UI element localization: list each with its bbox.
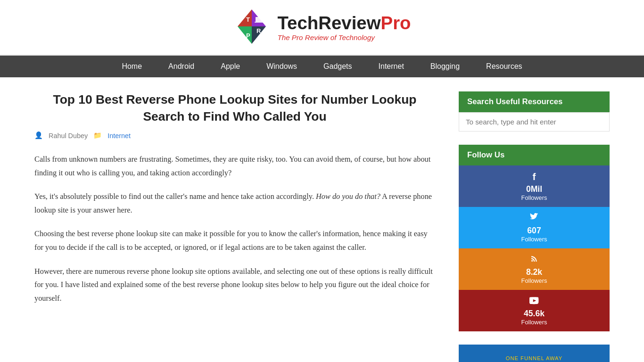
italic-phrase: How do you do that? (316, 192, 380, 201)
nav-internet[interactable]: Internet (365, 56, 417, 77)
nav-blogging[interactable]: Blogging (417, 56, 473, 77)
nav-gadgets[interactable]: Gadgets (310, 56, 365, 77)
sidebar: Search Useful Resources Follow Us f 0Mil… (459, 91, 610, 362)
category-icon: 📁 (93, 132, 102, 140)
logo-wrap: T R P TechReviewPro The Pro Review of Te… (233, 8, 411, 46)
logo-icon: T R P (233, 8, 271, 46)
article-para-2: Yes, it's absolutely possible to find ou… (34, 190, 435, 217)
rss-icon (530, 254, 538, 265)
twitter-icon (530, 213, 538, 224)
search-widget: Search Useful Resources (459, 91, 610, 132)
article-category[interactable]: Internet (107, 132, 131, 140)
svg-rect-6 (255, 22, 263, 23)
article-meta: 👤 Rahul Dubey 📁 Internet (34, 132, 435, 140)
nav-windows[interactable]: Windows (253, 56, 310, 77)
nav-home[interactable]: Home (108, 56, 155, 77)
svg-rect-5 (256, 17, 262, 22)
facebook-count: 0Mil (526, 184, 542, 194)
page-wrap: Top 10 Best Reverse Phone Lookup Sites f… (25, 77, 619, 362)
youtube-icon (529, 296, 539, 307)
site-title: TechReviewPro (277, 13, 411, 33)
article-para-4: However, there are numerous reverse phon… (34, 265, 435, 305)
nav-resources[interactable]: Resources (473, 56, 535, 77)
youtube-label: Followers (521, 319, 547, 326)
follow-widget-title: Follow Us (459, 145, 610, 165)
follow-widget: Follow Us f 0Mil Followers 607 Followers (459, 145, 610, 331)
article-para-1: Calls from unknown numbers are frustrati… (34, 153, 435, 180)
article-title: Top 10 Best Reverse Phone Lookup Sites f… (34, 91, 435, 125)
svg-point-9 (531, 260, 533, 262)
main-nav: Home Android Apple Windows Gadgets Inter… (0, 56, 644, 77)
search-input[interactable] (459, 112, 610, 132)
search-widget-title: Search Useful Resources (459, 91, 610, 112)
rss-label: Followers (521, 277, 547, 284)
nav-apple[interactable]: Apple (207, 56, 253, 77)
nav-android[interactable]: Android (155, 56, 207, 77)
svg-text:T: T (246, 16, 250, 23)
twitter-count: 607 (527, 226, 541, 236)
social-youtube[interactable]: 45.6k Followers (459, 290, 610, 331)
facebook-label: Followers (521, 194, 547, 201)
rss-count: 8.2k (526, 267, 542, 277)
social-rss[interactable]: 8.2k Followers (459, 248, 610, 290)
social-twitter[interactable]: 607 Followers (459, 207, 610, 248)
twitter-label: Followers (521, 236, 547, 243)
promo-banner[interactable]: ONE FUNNEL AWAY CHALLENGE (459, 345, 610, 362)
social-facebook[interactable]: f 0Mil Followers (459, 165, 610, 207)
youtube-count: 45.6k (524, 309, 545, 319)
site-subtitle: The Pro Review of Technology (277, 33, 411, 41)
promo-sublabel: ONE FUNNEL AWAY (502, 355, 566, 361)
article-para-3: Choosing the best reverse phone lookup s… (34, 227, 435, 254)
main-content: Top 10 Best Reverse Phone Lookup Sites f… (34, 91, 445, 362)
svg-text:P: P (246, 32, 250, 39)
svg-text:R: R (256, 27, 261, 34)
article-author: Rahul Dubey (49, 132, 88, 140)
author-icon: 👤 (34, 132, 43, 140)
article-body: Calls from unknown numbers are frustrati… (34, 153, 435, 305)
site-header: T R P TechReviewPro The Pro Review of Te… (0, 0, 644, 55)
facebook-icon: f (533, 171, 536, 182)
site-title-wrap: TechReviewPro The Pro Review of Technolo… (277, 13, 411, 41)
